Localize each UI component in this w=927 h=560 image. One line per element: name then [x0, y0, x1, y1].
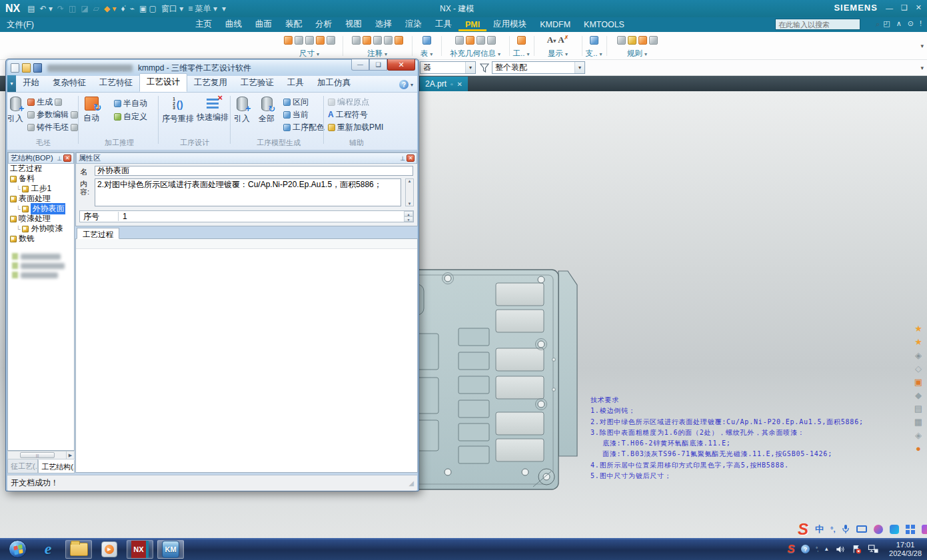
pmi-tool-icon[interactable] — [517, 36, 526, 45]
undo-icon[interactable]: ↶ ▾ — [40, 4, 53, 13]
tree-item-cnc-mill[interactable]: 数铣 — [8, 234, 74, 244]
network-icon[interactable] — [868, 544, 879, 554]
ribbon-group-table[interactable]: 表▾ — [414, 34, 439, 59]
radial-dimension-icon[interactable] — [305, 36, 314, 45]
menu-tab-select[interactable]: 选择 — [369, 17, 399, 32]
technical-requirements-note[interactable]: 技术要求 1.棱边倒钝； 2.对图中绿色所示区域进行表面处理镀覆:Cu/Ap.N… — [590, 395, 864, 481]
toolbar-overflow-icon[interactable]: ▾ — [920, 65, 924, 71]
scrollbar-thumb[interactable]: ||| — [20, 452, 55, 458]
surface-finish-icon[interactable] — [395, 36, 403, 45]
scroll-up-icon[interactable]: ▲ — [408, 179, 412, 183]
help-icon[interactable]: ⊙ — [908, 19, 914, 28]
tab-restore-icon[interactable]: ▫ — [451, 81, 453, 88]
star-wind-icon[interactable]: ★ — [914, 324, 922, 333]
menu-tab-home[interactable]: 主页 — [189, 17, 219, 32]
taskbar-media-player[interactable]: ▶ — [96, 540, 123, 559]
search-input[interactable] — [776, 21, 876, 29]
tray-extra-icon[interactable]: °̦ — [816, 546, 818, 552]
kmmpd-tab-complex-feature[interactable]: 复杂特征 — [46, 75, 93, 92]
rule-bolt-icon[interactable] — [638, 36, 647, 45]
fcf-icon[interactable] — [384, 36, 393, 45]
scroll-down-icon[interactable]: ▼ — [408, 202, 412, 206]
start-button[interactable] — [4, 540, 31, 559]
op-color-button[interactable]: 工序配色 — [283, 122, 325, 133]
quick-arrange-button[interactable]: 快速编排 — [197, 97, 229, 123]
help-dropdown-icon[interactable]: ▾ — [411, 82, 413, 88]
window-switch-icon[interactable]: ▣ ▢ — [139, 4, 157, 13]
sheet-edit-icon[interactable]: ▤ — [914, 404, 922, 413]
menu-tab-curve[interactable]: 曲线 — [219, 17, 249, 32]
param-edit-button[interactable]: 参数编辑 — [27, 109, 78, 120]
rule-flag-icon[interactable] — [628, 36, 636, 45]
menu-tab-pmi[interactable]: PMI — [459, 19, 486, 31]
nx-minimize-button[interactable]: — — [886, 4, 893, 12]
custom-button[interactable]: 自定义 — [114, 111, 147, 122]
properties-close-icon[interactable]: ✕ — [407, 154, 415, 162]
table-edit-icon[interactable]: ▦ — [914, 418, 922, 426]
taskbar-kmmpd[interactable]: KM — [157, 540, 184, 559]
sogou-logo[interactable]: S — [798, 520, 808, 539]
support-icon[interactable] — [590, 36, 598, 45]
semi-auto-button[interactable]: 半自动 — [114, 98, 147, 109]
menu-tab-application[interactable]: 应用模块 — [486, 17, 533, 32]
menu-tab-assembly[interactable]: 装配 — [279, 17, 309, 32]
redo-icon[interactable]: ↷ — [57, 4, 64, 13]
pin-icon[interactable]: ⊥ — [57, 155, 62, 162]
linear-dimension-icon[interactable] — [295, 36, 303, 45]
tray-expand-icon[interactable]: ▲ — [824, 546, 829, 552]
note-icon[interactable] — [352, 36, 361, 45]
tree-item-outsource-paint[interactable]: └外协喷漆 — [8, 224, 74, 234]
rule-link-icon[interactable] — [649, 36, 658, 45]
ribbon-overflow-icon[interactable]: ▾ — [920, 43, 924, 49]
ribbon-group-dimension[interactable]: 尺寸▾ — [279, 34, 340, 59]
label-icon[interactable] — [363, 36, 371, 45]
tree-item-paint-treat[interactable]: 喷漆处理 — [8, 214, 74, 224]
kmmpd-tab-process-feature[interactable]: 工艺特征 — [93, 75, 139, 92]
area-icon[interactable] — [487, 36, 496, 45]
scope-dropdown-icon[interactable]: ▾ — [574, 62, 584, 73]
save-icon[interactable]: ▤ — [27, 4, 35, 13]
kmmpd-close-button[interactable]: ✕ — [387, 59, 415, 71]
kmmpd-help-icon[interactable]: ? — [399, 80, 409, 89]
spin-up-icon[interactable]: ▲ — [404, 211, 413, 216]
filter-dropdown-icon[interactable]: ▾ — [465, 62, 475, 73]
skin-icon[interactable] — [874, 525, 883, 534]
ime-mode-indicator[interactable]: 中 — [815, 523, 824, 535]
kmmpd-window[interactable]: kmmpd - 三维零件工艺设计软件 — ❑ ✕ ▾ 开始 复杂特征 工艺特征 … — [5, 59, 419, 491]
ai-icon[interactable] — [922, 525, 927, 534]
paste-icon[interactable]: ▱ — [93, 4, 99, 13]
bop-horizontal-scrollbar[interactable]: ||| ▶ — [7, 451, 75, 459]
tree-item-step1[interactable]: └工步1 — [8, 184, 74, 194]
measure-icon[interactable]: ◇ — [915, 364, 922, 373]
menu-tab-analysis[interactable]: 分析 — [309, 17, 339, 32]
kmmpd-tab-process-reuse[interactable]: 工艺复用 — [187, 75, 234, 92]
prog-origin-button[interactable]: 编程原点 — [328, 97, 369, 107]
nx-close-button[interactable]: ✕ — [916, 3, 922, 12]
display-style-icon[interactable]: A▾ — [547, 35, 556, 45]
voice-input-icon[interactable] — [842, 524, 850, 534]
kmmpd-tab-machining-sim[interactable]: 加工仿真 — [311, 75, 357, 92]
region-icon[interactable] — [455, 36, 464, 45]
kmmpd-tab-process-verify[interactable]: 工艺验证 — [234, 75, 281, 92]
op-range-button[interactable]: 区间 — [283, 97, 309, 107]
ribbon-group-tool[interactable]: 工..▾ — [510, 34, 532, 59]
selection-filter-combo[interactable]: 器 ▾ — [420, 61, 476, 74]
content-field[interactable]: 2.对图中绿色所示区域进行表面处理镀覆：Cu/Ap.Ni-P20.Ep.Au1.… — [95, 178, 401, 206]
file-menu[interactable]: 文件(F) — [7, 19, 34, 31]
punctuation-icon[interactable]: °, — [830, 525, 835, 533]
part-tab-2a[interactable]: 2A.prt ▫ ✕ — [420, 77, 468, 91]
tray-help-icon[interactable]: ? — [801, 545, 810, 553]
kmmpd-tab-tools[interactable]: 工具 — [281, 75, 311, 92]
pin-icon[interactable]: ⊥ — [400, 155, 405, 162]
bop-panel-header[interactable]: 艺结构(BOP) ⊥ ✕ — [8, 152, 74, 164]
minimize-ribbon-icon[interactable]: ∧ — [896, 19, 902, 28]
blank-import-button[interactable]: 引入 — [7, 97, 23, 125]
selection-scope-combo[interactable]: 整个装配 ▾ — [492, 61, 585, 74]
taskbar-ie[interactable]: e — [35, 540, 61, 559]
rapid-dimension-icon[interactable] — [284, 36, 293, 45]
tray-sogou-icon[interactable]: S — [788, 543, 795, 556]
casting-blank-button[interactable]: 铸件毛坯 — [27, 122, 78, 133]
qat-overflow-icon[interactable]: ▾ — [222, 4, 226, 13]
nx-restore-button[interactable]: ❑ — [901, 3, 908, 12]
auto-inference-button[interactable]: 自动 — [83, 97, 99, 124]
